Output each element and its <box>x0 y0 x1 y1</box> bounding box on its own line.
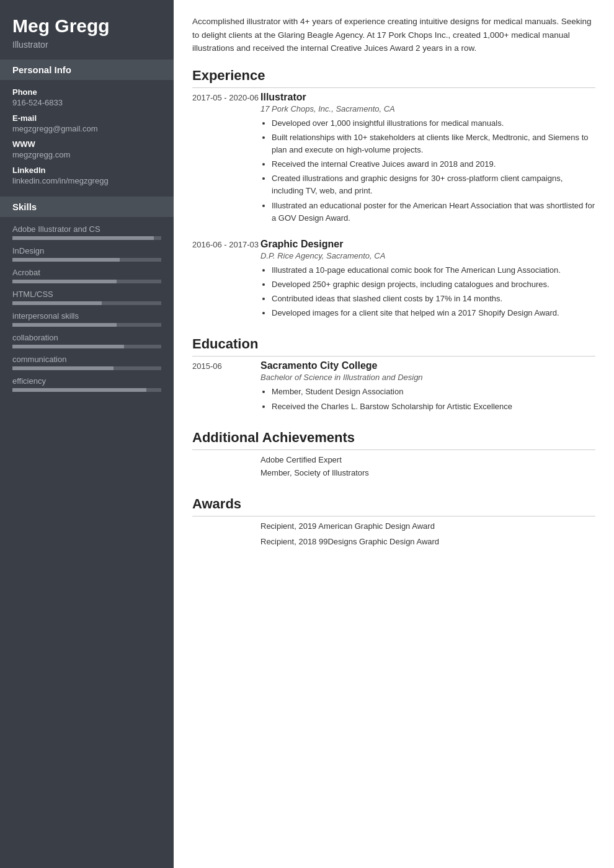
awards-entry: Recipient, 2019 American Graphic Design … <box>192 521 595 552</box>
achievements-list: Adobe Certified ExpertMember, Society of… <box>192 455 595 481</box>
summary-text: Accomplished illustrator with 4+ years o… <box>192 15 595 55</box>
candidate-title: Illustrator <box>12 40 161 50</box>
skill-name: Acrobat <box>12 268 161 277</box>
entry-date: 2017-05 - 2020-06 <box>192 92 260 226</box>
edu-bullets: Member, Student Design AssociationReceiv… <box>260 386 595 412</box>
skill-name: interpersonal skills <box>12 311 161 321</box>
skill-bar-bg <box>12 323 161 327</box>
email-label: E-mail <box>12 113 161 123</box>
entry-bullets: Developed over 1,000 insightful illustra… <box>260 117 595 224</box>
achievements-section: Additional Achievements Adobe Certified … <box>192 430 595 481</box>
awards-list: Recipient, 2019 American Graphic Design … <box>192 521 595 552</box>
www-label: WWW <box>12 140 161 149</box>
awards-section: Awards Recipient, 2019 American Graphic … <box>192 496 595 552</box>
entry-company: D.P. Rice Agency, Sacramento, CA <box>260 251 595 260</box>
skill-name: HTML/CSS <box>12 290 161 299</box>
education-section: Education 2015-06Sacramento City College… <box>192 336 595 414</box>
ach-date-placeholder <box>192 455 260 481</box>
skill-bar-bg <box>12 280 161 283</box>
linkedin-label: LinkedIn <box>12 166 161 175</box>
skill-bar-fill <box>12 345 124 348</box>
candidate-name: Meg Gregg <box>12 15 161 37</box>
experience-entry: 2017-05 - 2020-06Illustrator17 Pork Chop… <box>192 92 595 226</box>
experience-entries: 2017-05 - 2020-06Illustrator17 Pork Chop… <box>192 92 595 322</box>
skill-name: efficiency <box>12 376 161 386</box>
skills-list: Adobe Illustrator and CSInDesignAcrobatH… <box>0 224 174 392</box>
bullet-item: Built relationships with 10+ stakeholder… <box>272 131 595 156</box>
achievement-item: Adobe Certified Expert <box>260 455 595 464</box>
skill-name: collaboration <box>12 333 161 342</box>
bullet-item: Contributed ideas that slashed client co… <box>272 293 595 305</box>
awards-date-placeholder <box>192 521 260 552</box>
bullet-item: Created illustrations and graphic design… <box>272 172 595 197</box>
linkedin-value: linkedin.com/in/megzgregg <box>12 176 161 185</box>
award-item: Recipient, 2018 99Designs Graphic Design… <box>260 537 595 546</box>
education-title: Education <box>192 336 595 356</box>
entry-job-title: Graphic Designer <box>260 239 595 250</box>
entry-details: Illustrator17 Pork Chops, Inc., Sacramen… <box>260 92 595 226</box>
degree: Bachelor of Science in Illustration and … <box>260 373 595 382</box>
education-entries: 2015-06Sacramento City CollegeBachelor o… <box>192 360 595 414</box>
phone-value: 916-524-6833 <box>12 98 161 107</box>
skill-bar-bg <box>12 236 161 240</box>
skill-bar-fill <box>12 258 120 262</box>
skill-name: Adobe Illustrator and CS <box>12 224 161 234</box>
bullet-item: Developed images for a client site that … <box>272 307 595 319</box>
awards-title: Awards <box>192 496 595 516</box>
entry-date: 2016-06 - 2017-03 <box>192 239 260 322</box>
skill-bar-bg <box>12 301 161 305</box>
main-content: Accomplished illustrator with 4+ years o… <box>174 0 614 868</box>
award-item: Recipient, 2019 American Graphic Design … <box>260 521 595 531</box>
www-value: megzgregg.com <box>12 150 161 159</box>
bullet-item: Developed over 1,000 insightful illustra… <box>272 117 595 130</box>
skills-heading: Skills <box>0 197 174 217</box>
edu-date: 2015-06 <box>192 360 260 414</box>
personal-info-heading: Personal Info <box>0 60 174 80</box>
entry-job-title: Illustrator <box>260 92 595 103</box>
entry-bullets: Illustrated a 10-page educational comic … <box>260 264 595 320</box>
sidebar: Meg Gregg Illustrator Personal Info Phon… <box>0 0 174 868</box>
skill-name: communication <box>12 355 161 364</box>
achievement-item: Member, Society of Illustrators <box>260 468 595 477</box>
edu-details: Sacramento City CollegeBachelor of Scien… <box>260 360 595 414</box>
bullet-item: Received the Charles L. Barstow Scholars… <box>272 401 595 413</box>
skill-bar-bg <box>12 388 161 392</box>
skill-bar-bg <box>12 345 161 348</box>
education-entry: 2015-06Sacramento City CollegeBachelor o… <box>192 360 595 414</box>
bullet-item: Received the internal Creative Juices aw… <box>272 158 595 170</box>
bullet-item: Developed 250+ graphic design projects, … <box>272 278 595 291</box>
bullet-item: Illustrated a 10-page educational comic … <box>272 264 595 277</box>
skill-bar-fill <box>12 236 154 240</box>
experience-title: Experience <box>192 68 595 88</box>
skill-bar-fill <box>12 323 117 327</box>
entry-details: Graphic DesignerD.P. Rice Agency, Sacram… <box>260 239 595 322</box>
sidebar-header: Meg Gregg Illustrator <box>0 0 174 60</box>
skill-name: InDesign <box>12 246 161 255</box>
skill-bar-fill <box>12 301 102 305</box>
bullet-item: Member, Student Design Association <box>272 386 595 398</box>
skill-bar-fill <box>12 280 117 283</box>
awards-details: Recipient, 2019 American Graphic Design … <box>260 521 595 552</box>
email-value: megzgregg@gmail.com <box>12 124 161 133</box>
ach-details: Adobe Certified ExpertMember, Society of… <box>260 455 595 481</box>
skill-bar-fill <box>12 388 146 392</box>
skill-bar-bg <box>12 366 161 370</box>
experience-section: Experience 2017-05 - 2020-06Illustrator1… <box>192 68 595 322</box>
skill-bar-bg <box>12 258 161 262</box>
skill-bar-fill <box>12 366 113 370</box>
achievements-title: Additional Achievements <box>192 430 595 450</box>
achievements-entry: Adobe Certified ExpertMember, Society of… <box>192 455 595 481</box>
bullet-item: Illustrated an educational poster for th… <box>272 200 595 224</box>
entry-company: 17 Pork Chops, Inc., Sacramento, CA <box>260 104 595 113</box>
phone-label: Phone <box>12 87 161 97</box>
school-name: Sacramento City College <box>260 360 595 371</box>
phone-block: Phone 916-524-6833 E-mail megzgregg@gmai… <box>0 87 174 197</box>
experience-entry: 2016-06 - 2017-03Graphic DesignerD.P. Ri… <box>192 239 595 322</box>
